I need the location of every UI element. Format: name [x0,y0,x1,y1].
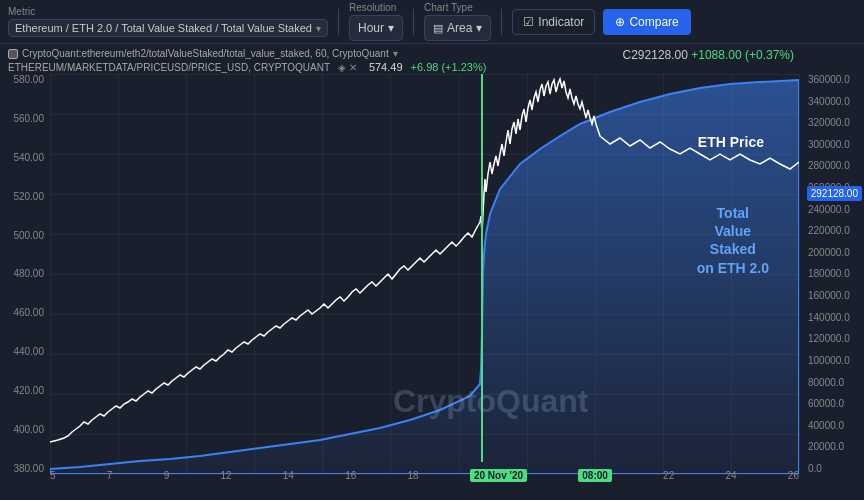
x-axis: 5 7 9 12 14 16 18 20 Nov '20 08:00 22 24… [50,469,799,482]
y-left-label: 380.00 [4,463,44,474]
compare-button[interactable]: ⊕ Compare [603,9,690,35]
x-label-7: 7 [107,470,113,481]
y-right-label: 20000.0 [808,441,860,452]
metric-dropdown[interactable]: Ethereum / ETH 2.0 / Total Value Staked … [8,19,328,37]
price-badge: 292128.00 [807,186,862,201]
separator-3 [501,9,502,35]
y-right-label: 160000.0 [808,290,860,301]
y-left-label: 580.00 [4,74,44,85]
y-right-label: 60000.0 [808,398,860,409]
price-badge-value: 292128.00 [811,188,858,199]
compare-plus-icon: ⊕ [615,15,625,29]
metric-value: Ethereum / ETH 2.0 / Total Value Staked … [15,22,312,34]
y-left-label: 560.00 [4,113,44,124]
x-label-5: 5 [50,470,56,481]
indicator-label: Indicator [538,15,584,29]
y-left-label: 420.00 [4,385,44,396]
series-2-info: ETHEREUM/MARKETDATA/PRICEUSD/PRICE_USD, … [8,61,486,73]
series-2-value: 574.49 [369,61,403,73]
x-label-12: 12 [220,470,231,481]
vertical-green-line [481,74,483,462]
top-bar: Metric Ethereum / ETH 2.0 / Total Value … [0,0,864,44]
chart-type-chevron-icon: ▾ [476,21,482,35]
resolution-dropdown[interactable]: Hour ▾ [349,15,403,41]
x-label-24: 24 [725,470,736,481]
chart-type-dropdown[interactable]: ▤ Area ▾ [424,15,491,41]
top-price-info: C292128.00 +1088.00 (+0.37%) [623,48,794,62]
eth-price-annotation: ETH Price [698,134,764,150]
chart-type-value: Area [447,21,472,35]
x-label-18: 18 [408,470,419,481]
compare-label: Compare [629,15,678,29]
y-left-label: 540.00 [4,152,44,163]
top-price-change: +1088.00 (+0.37%) [691,48,794,62]
resolution-chevron-icon: ▾ [388,21,394,35]
y-right-label: 220000.0 [808,225,860,236]
y-axis-left: 580.00560.00540.00520.00500.00480.00460.… [0,74,48,474]
y-right-label: 0.0 [808,463,860,474]
separator-2 [413,9,414,35]
y-left-label: 480.00 [4,268,44,279]
x-label-9: 9 [164,470,170,481]
series-2-path: ETHEREUM/MARKETDATA/PRICEUSD/PRICE_USD, … [8,62,330,73]
y-left-label: 400.00 [4,424,44,435]
grid-v-line [799,74,800,474]
y-right-label: 180000.0 [808,268,860,279]
separator-1 [338,9,339,35]
chart-type-label: Chart Type [424,2,491,13]
x-label-0800: 08:00 [578,469,612,482]
y-left-label: 520.00 [4,191,44,202]
y-right-label: 140000.0 [808,312,860,323]
tvs-area-path [50,80,799,474]
y-left-label: 500.00 [4,230,44,241]
series-1-settings-icon: ▾ [393,48,398,59]
x-label-nov20: 20 Nov '20 [470,469,527,482]
chart-area: CryptoQuant:ethereum/eth2/totalValueStak… [0,44,864,500]
y-left-label: 440.00 [4,346,44,357]
metric-chevron-icon: ▾ [316,23,321,34]
y-right-label: 100000.0 [808,355,860,366]
x-label-16: 16 [345,470,356,481]
y-right-label: 200000.0 [808,247,860,258]
series-2-settings-icon: ◈ ✕ [338,62,357,73]
y-right-label: 80000.0 [808,377,860,388]
y-right-label: 300000.0 [808,139,860,150]
chart-type-icon: ▤ [433,22,443,35]
indicator-checkbox-icon: ☑ [523,15,534,29]
tvs-annotation: TotalValueStakedon ETH 2.0 [697,204,769,277]
metric-label: Metric [8,6,328,17]
y-right-label: 280000.0 [808,160,860,171]
y-axis-right: 360000.0340000.0320000.0300000.0280000.0… [804,74,864,474]
y-right-label: 40000.0 [808,420,860,431]
y-right-label: 240000.0 [808,204,860,215]
chart-svg [50,74,799,474]
series-1-path: CryptoQuant:ethereum/eth2/totalValueStak… [22,48,389,59]
indicator-button[interactable]: ☑ Indicator [512,9,595,35]
y-right-label: 320000.0 [808,117,860,128]
series-2-change: +6.98 (+1.23%) [411,61,487,73]
x-label-26: 26 [788,470,799,481]
x-label-14: 14 [283,470,294,481]
y-right-label: 340000.0 [808,96,860,107]
resolution-value: Hour [358,21,384,35]
y-right-label: 360000.0 [808,74,860,85]
chart-info-bar: CryptoQuant:ethereum/eth2/totalValueStak… [8,48,486,73]
resolution-section: Resolution Hour ▾ [349,2,403,41]
metric-section: Metric Ethereum / ETH 2.0 / Total Value … [8,6,328,37]
y-right-label: 120000.0 [808,333,860,344]
y-left-label: 460.00 [4,307,44,318]
series-1-info: CryptoQuant:ethereum/eth2/totalValueStak… [8,48,486,59]
chart-type-section: Chart Type ▤ Area ▾ [424,2,491,41]
x-label-22: 22 [663,470,674,481]
top-price-value: C292128.00 [623,48,688,62]
series-1-dot-icon [8,49,18,59]
resolution-label: Resolution [349,2,403,13]
